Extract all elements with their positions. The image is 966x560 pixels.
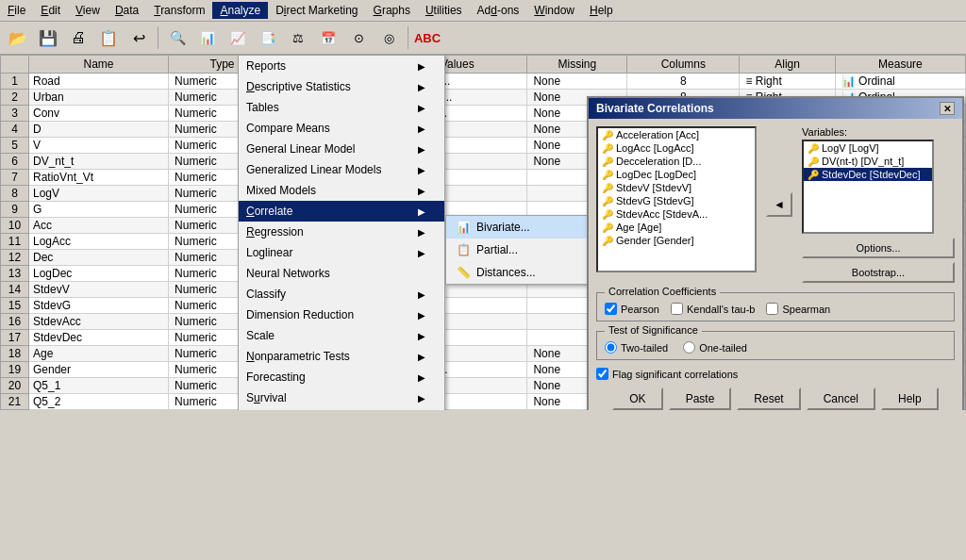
menu-forecasting[interactable]: Forecasting▶ — [239, 367, 444, 387]
menu-help[interactable]: Help — [582, 2, 621, 19]
menu-scale[interactable]: Scale▶ — [239, 325, 444, 346]
scale-btn[interactable]: ⚖ — [284, 25, 312, 51]
move-arrow-btn[interactable]: ◄ — [766, 192, 792, 217]
row-missing[interactable]: None — [527, 74, 627, 90]
help-btn[interactable]: Help — [881, 387, 939, 410]
menu-regression[interactable]: Regression▶ — [239, 222, 444, 242]
menu-data[interactable]: Data — [108, 2, 146, 19]
circle-btn[interactable]: ◎ — [375, 25, 403, 51]
flag-checkbox-label[interactable]: Flag significant correlations — [596, 368, 955, 380]
calendar-btn[interactable]: 📅 — [314, 25, 342, 51]
row-name[interactable]: Q5_2 — [29, 394, 169, 410]
available-listbox[interactable]: 🔑Acceleration [Acc] 🔑LogAcc [LogAcc] 🔑De… — [596, 126, 757, 272]
list-decceleration[interactable]: 🔑Decceleration [D... — [598, 155, 755, 168]
flag-checkbox[interactable] — [596, 368, 608, 380]
row-name[interactable]: Dec — [29, 250, 169, 266]
dialog-btn[interactable]: 📋 — [94, 25, 123, 51]
menu-window[interactable]: Window — [526, 2, 582, 19]
menu-file[interactable]: File — [0, 2, 33, 19]
spearman-checkbox[interactable] — [766, 303, 778, 315]
kendalls-checkbox[interactable] — [671, 303, 683, 315]
open-btn[interactable]: 📂 — [4, 25, 32, 51]
menu-edit[interactable]: Edit — [33, 2, 68, 19]
row-name[interactable]: LogAcc — [29, 234, 169, 250]
var-stdevdec[interactable]: 🔑StdevDec [StdevDec] — [804, 168, 932, 181]
col-header-name[interactable]: Name — [29, 56, 169, 74]
options-btn[interactable]: Options... — [802, 238, 955, 258]
print-btn[interactable]: 🖨 — [64, 25, 92, 51]
menu-multiple-response[interactable]: Multiple Response▶ — [239, 408, 444, 410]
paste-btn[interactable]: Paste — [669, 387, 732, 410]
submenu-distances[interactable]: 📏 Distances... — [446, 261, 595, 284]
chart2-btn[interactable]: 📈 — [224, 25, 252, 51]
pearson-checkbox-label[interactable]: Pearson — [605, 303, 659, 315]
menu-descriptive-stats[interactable]: Descriptive Statistics▶ — [239, 76, 444, 97]
list-stdevg[interactable]: 🔑StdevG [StdevG] — [598, 194, 755, 207]
row-name[interactable]: DV_nt_t — [29, 154, 169, 170]
reset-btn[interactable]: Reset — [737, 387, 800, 410]
two-tailed-radio[interactable] — [605, 341, 617, 354]
list-stdevv[interactable]: 🔑StdevV [StdevV] — [598, 181, 755, 194]
undo-btn[interactable]: ↩ — [125, 25, 153, 51]
row-name[interactable]: Conv — [29, 106, 169, 122]
menu-correlate[interactable]: Correlate▶ — [239, 201, 444, 222]
row-name[interactable]: D — [29, 122, 169, 138]
row-name[interactable]: Age — [29, 346, 169, 362]
col-header-columns[interactable]: Columns — [627, 56, 740, 74]
row-name[interactable]: V — [29, 138, 169, 154]
menu-dimension-reduction[interactable]: Dimension Reduction▶ — [239, 305, 444, 325]
table-btn[interactable]: 📑 — [254, 25, 282, 51]
list-logdec[interactable]: 🔑LogDec [LogDec] — [598, 168, 755, 181]
list-stdevacc[interactable]: 🔑StdevAcc [StdevA... — [598, 207, 755, 221]
row-name[interactable]: StdevDec — [29, 330, 169, 346]
menu-compare-means[interactable]: Compare Means▶ — [239, 118, 444, 139]
row-name[interactable]: Urban — [29, 90, 169, 106]
dialog-titlebar[interactable]: Bivariate Correlations ✕ — [589, 98, 962, 119]
menu-neural-networks[interactable]: Neural Networks — [239, 263, 444, 284]
list-logacc[interactable]: 🔑LogAcc [LogAcc] — [598, 141, 755, 155]
var-dvntt[interactable]: 🔑DV(nt-t) [DV_nt_t] — [804, 155, 932, 168]
one-tailed-radio[interactable] — [683, 341, 695, 354]
spell-btn[interactable]: ABC — [413, 25, 441, 51]
list-gender[interactable]: 🔑Gender [Gender] — [598, 234, 755, 247]
menu-tables[interactable]: Tables▶ — [239, 97, 444, 118]
menu-graphs[interactable]: Graphs — [366, 2, 418, 19]
variables-listbox[interactable]: 🔑LogV [LogV] 🔑DV(nt-t) [DV_nt_t] 🔑StdevD… — [802, 140, 934, 234]
row-name[interactable]: Road — [29, 74, 169, 90]
row-name[interactable]: Q5_1 — [29, 378, 169, 394]
row-name[interactable]: G — [29, 202, 169, 218]
row-columns[interactable]: 8 — [627, 74, 740, 90]
row-name[interactable]: LogV — [29, 186, 169, 202]
menu-direct-marketing[interactable]: Direct Marketing — [268, 2, 365, 19]
menu-nonparametric[interactable]: Nonparametric Tests▶ — [239, 346, 444, 367]
save-btn[interactable]: 💾 — [34, 25, 62, 51]
menu-loglinear[interactable]: Loglinear▶ — [239, 242, 444, 263]
menu-utilities[interactable]: Utilities — [418, 2, 470, 19]
col-header-missing[interactable]: Missing — [527, 56, 627, 74]
cancel-btn[interactable]: Cancel — [807, 387, 875, 410]
spearman-checkbox-label[interactable]: Spearman — [766, 303, 830, 315]
row-name[interactable]: StdevG — [29, 298, 169, 314]
list-acceleration[interactable]: 🔑Acceleration [Acc] — [598, 128, 755, 141]
row-measure[interactable]: 📊 Ordinal — [835, 74, 965, 90]
menu-reports[interactable]: Reports▶ — [239, 56, 444, 76]
menu-analyze[interactable]: Analyze — [212, 2, 268, 19]
submenu-partial[interactable]: 📋 Partial... — [446, 239, 595, 261]
menu-classify[interactable]: Classify▶ — [239, 284, 444, 305]
dialog-close-btn[interactable]: ✕ — [940, 102, 955, 115]
ok-btn[interactable]: OK — [612, 387, 662, 410]
one-tailed-radio-label[interactable]: One-tailed — [683, 341, 747, 354]
menu-survival[interactable]: Survival▶ — [239, 387, 444, 408]
row-name[interactable]: StdevAcc — [29, 314, 169, 330]
menu-addons[interactable]: Add-ons — [470, 2, 527, 19]
col-header-align[interactable]: Align — [740, 56, 835, 74]
row-name[interactable]: StdevV — [29, 282, 169, 298]
col-header-measure[interactable]: Measure — [835, 56, 965, 74]
bootstrap-btn[interactable]: Bootstrap... — [802, 262, 955, 283]
menu-generalized-linear[interactable]: Generalized Linear Models▶ — [239, 159, 444, 180]
row-name[interactable]: Acc — [29, 218, 169, 234]
row-name[interactable]: LogDec — [29, 266, 169, 282]
find-btn[interactable]: 🔍 — [163, 25, 192, 51]
row-name[interactable]: Gender — [29, 362, 169, 378]
row-name[interactable]: RatioVnt_Vt — [29, 170, 169, 186]
